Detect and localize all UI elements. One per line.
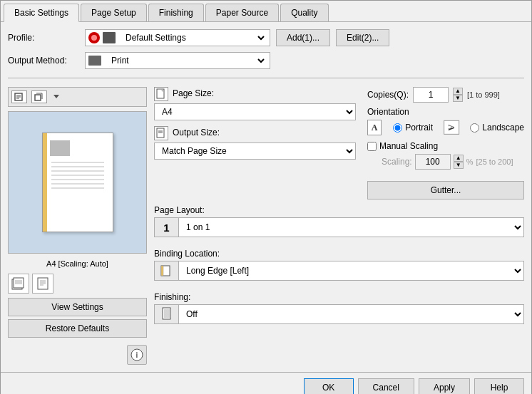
output-size-header: Output Size: — [154, 126, 356, 140]
copies-up-button[interactable]: ▲ — [453, 88, 463, 95]
finishing-label: Finishing: — [154, 292, 524, 302]
page-size-header: Page Size: — [154, 87, 356, 101]
output-method-select[interactable]: Print — [104, 52, 267, 69]
info-icon-row: i — [8, 345, 147, 365]
portrait-icon: A — [367, 120, 382, 135]
finishing-container: Off Staple Saddle Stitch — [154, 304, 524, 324]
paper-line-7 — [51, 187, 104, 189]
svg-rect-9 — [14, 278, 24, 288]
output-method-label: Output Method: — [8, 56, 79, 66]
scaling-input[interactable] — [415, 154, 451, 170]
profile-select[interactable]: Default Settings — [118, 29, 267, 46]
gutter-button[interactable]: Gutter... — [367, 181, 524, 199]
scaling-section: Manual Scaling Scaling: ▲ ▼ % [25 t — [367, 141, 524, 170]
tab-finishing[interactable]: Finishing — [148, 4, 204, 21]
page-layout-select-container: 1 1 on 1 2 on 1 4 on 1 — [154, 217, 524, 237]
svg-rect-4 — [35, 95, 41, 100]
page-layout-label: Page Layout: — [154, 205, 524, 215]
right-settings: Copies(Q): ▲ ▼ [1 to 999] Orientation — [367, 87, 524, 199]
scaling-range: [25 to 200] — [476, 157, 513, 166]
add-button[interactable]: Add(1)... — [276, 29, 330, 46]
output-size-group: Output Size: Match Page Size — [154, 126, 356, 160]
copies-down-button[interactable]: ▼ — [453, 95, 463, 102]
binding-location-group: Binding Location: Long Edge [Left] Long … — [154, 249, 524, 281]
finishing-group: Finishing: — [154, 292, 524, 324]
landscape-radio[interactable] — [470, 123, 479, 133]
page-layout-group: Page Layout: 1 1 on 1 2 on 1 4 on 1 — [154, 205, 524, 237]
preview-bottom-icons — [8, 274, 147, 294]
page-size-select[interactable]: A4 — [154, 103, 356, 120]
preview-icon-1[interactable] — [11, 90, 27, 103]
print-dialog: Basic Settings Page Setup Finishing Pape… — [0, 0, 532, 394]
finishing-icon — [155, 305, 179, 323]
binding-location-label: Binding Location: — [154, 249, 524, 259]
separator-1 — [8, 78, 524, 78]
tab-bar: Basic Settings Page Setup Finishing Pape… — [1, 1, 531, 22]
copies-range: [1 to 999] — [467, 90, 500, 99]
copies-input[interactable] — [413, 87, 449, 103]
portrait-radio[interactable] — [393, 123, 402, 133]
copies-spinner: ▲ ▼ — [453, 88, 463, 102]
manual-scaling-label[interactable]: Manual Scaling — [379, 141, 438, 151]
print-method-icon — [88, 56, 101, 66]
page-size-group: Page Size: A4 — [154, 87, 356, 120]
preview-toolbar — [8, 87, 147, 107]
profile-row: Profile: Default Settings Add(1)... Edit… — [8, 29, 524, 46]
scaling-value-label: Scaling: — [382, 157, 412, 167]
output-method-container: Print — [85, 52, 270, 69]
profile-icon-inner — [91, 35, 97, 41]
tab-paper-source[interactable]: Paper Source — [205, 4, 279, 21]
output-size-select[interactable]: Match Page Size — [154, 142, 356, 160]
portrait-label: Portrait — [405, 123, 433, 133]
landscape-label: Landscape — [482, 123, 524, 133]
single-page-icon — [32, 274, 53, 294]
orientation-label: Orientation — [367, 107, 524, 117]
preview-arrow-down[interactable] — [53, 92, 60, 102]
paper-line-4 — [51, 175, 104, 176]
scaling-input-row: Scaling: ▲ ▼ % [25 to 200] — [382, 154, 524, 170]
scaling-up-button[interactable]: ▲ — [454, 155, 464, 162]
paper-line-5 — [51, 179, 104, 180]
edit-button[interactable]: Edit(2)... — [336, 29, 389, 46]
scaling-spinner: ▲ ▼ — [454, 155, 464, 169]
dialog-content: Profile: Default Settings Add(1)... Edit… — [1, 22, 531, 372]
settings-panel: Page Size: A4 — [154, 87, 524, 365]
svg-rect-26 — [161, 266, 163, 276]
top-settings: Page Size: A4 — [154, 87, 524, 199]
paper-line-2 — [51, 166, 104, 167]
landscape-icon: A — [444, 120, 459, 135]
page-size-label: Page Size: — [173, 88, 214, 98]
manual-scaling-checkbox[interactable] — [367, 142, 377, 151]
svg-rect-27 — [163, 308, 170, 319]
help-button[interactable]: Help — [474, 378, 524, 394]
cancel-button[interactable]: Cancel — [358, 378, 414, 394]
tab-page-setup[interactable]: Page Setup — [81, 4, 147, 21]
ok-button[interactable]: OK — [304, 378, 354, 394]
tab-quality[interactable]: Quality — [280, 4, 328, 21]
copies-label: Copies(Q): — [367, 90, 409, 100]
binding-location-select[interactable]: Long Edge [Left] Long Edge [Right] Short… — [179, 262, 523, 279]
profile-label: Profile: — [8, 33, 79, 43]
finishing-select[interactable]: Off Staple Saddle Stitch — [179, 306, 523, 323]
tab-basic-settings[interactable]: Basic Settings — [4, 4, 79, 22]
stacked-pages-icon — [8, 274, 29, 294]
binding-location-icon — [155, 261, 179, 280]
scaling-unit: % — [466, 157, 474, 166]
preview-icon-2[interactable] — [31, 90, 47, 103]
restore-defaults-button[interactable]: Restore Defaults — [8, 319, 147, 338]
preview-label: A4 [Scaling: Auto] — [8, 258, 147, 269]
apply-button[interactable]: Apply — [419, 378, 470, 394]
paper-preview-box — [8, 111, 147, 254]
view-settings-button[interactable]: View Settings — [8, 298, 147, 316]
orientation-options: A Portrait A Landscape — [367, 120, 524, 135]
page-size-icon — [154, 87, 168, 101]
paper-line-3 — [51, 170, 104, 172]
page-layout-select[interactable]: 1 on 1 2 on 1 4 on 1 — [179, 219, 523, 236]
portrait-option[interactable]: Portrait — [393, 123, 433, 133]
scaling-down-button[interactable]: ▼ — [454, 162, 464, 169]
landscape-option[interactable]: Landscape — [470, 123, 524, 133]
scaling-checkbox-row: Manual Scaling — [367, 141, 524, 151]
info-icon[interactable]: i — [127, 345, 147, 365]
profile-printer-icon — [103, 32, 116, 43]
paper-lines — [51, 142, 104, 214]
